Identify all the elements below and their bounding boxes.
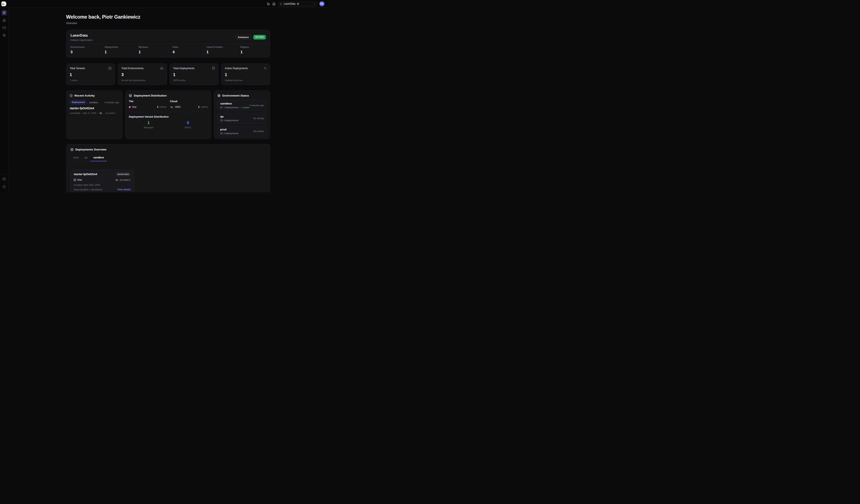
sidebar-item-docs[interactable] — [1, 176, 7, 182]
stat-card-total-environments: Total Environments 3 Across all organiza… — [118, 63, 167, 85]
view-details-link[interactable]: View details — [117, 188, 131, 191]
main-content: Welcome back, Piotr Gankiewicz Overview … — [9, 8, 328, 192]
status-badge: ACTIVE — [253, 35, 266, 40]
org-name: LaserData — [284, 2, 295, 5]
org-card-description: Default organization — [71, 39, 93, 42]
org-stat-roles: Roles 4 — [168, 43, 202, 57]
topbar: L L LaserData PG — [0, 0, 328, 8]
deployment-region: us-west-1 — [120, 178, 131, 181]
svg-text:aws: aws — [115, 179, 118, 180]
org-card-header: LaserData Default organization — [71, 33, 93, 42]
stat-card-active-deployments: Active Deployments 1 Updated just now — [221, 63, 270, 85]
svg-text:L: L — [2, 2, 4, 6]
user-avatar[interactable]: PG — [319, 1, 325, 6]
laserdata-logo-icon: L — [1, 1, 6, 6]
activity-meta: LaserData • Apr 15, 2026 • aws · us-west… — [70, 112, 119, 114]
moon-icon — [267, 2, 270, 5]
organization-card: LaserData Default organization Enterpris… — [66, 30, 270, 58]
deployment-identifier: 6oetcu5y2jhfz • standalone — [74, 188, 102, 191]
globe-icon — [217, 94, 220, 97]
gear-icon — [2, 34, 6, 37]
tab-qa[interactable]: qa — [82, 154, 90, 161]
variant-badge: MANAGED — [116, 172, 131, 176]
org-stats-grid: Environments 3 Deployments 1 Members 1 R… — [66, 43, 270, 57]
deployments-overview-title: Deployments Overview — [75, 148, 106, 151]
sidebar-item-dashboard[interactable] — [1, 10, 7, 16]
deployment-card: starter-fpOe0Zm4 MANAGED free — [71, 170, 134, 192]
deployment-name: starter-fpOe0Zm4 — [74, 173, 97, 176]
org-initial: L — [281, 2, 282, 5]
middle-row: Recent Activity Deployment sandbox 9 min… — [66, 90, 270, 139]
page-title: Welcome back, Piotr Gankiewicz — [66, 14, 270, 20]
deployment-created: Created: April 15th, 2026 — [74, 184, 131, 186]
theme-toggle-button[interactable] — [266, 1, 271, 6]
activity-type-badge: Deployment — [70, 100, 87, 104]
org-stat-environments: Environments 3 — [66, 43, 100, 57]
laserdata-logo[interactable]: L — [1, 1, 6, 6]
topbar-actions: L LaserData PG — [265, 1, 325, 6]
stat-card-total-tenants: Total Tenants 1 1 active — [66, 63, 115, 85]
server-icon — [74, 179, 76, 181]
layers-icon — [129, 94, 132, 97]
org-card-name: LaserData — [71, 33, 93, 38]
cloud-row: aws AWS 1 (100%) — [170, 105, 208, 108]
aws-logo: aws — [99, 112, 103, 114]
database-icon — [220, 132, 223, 135]
variant-managed: 1 Managed — [129, 120, 168, 129]
tier-heading: Tier — [129, 100, 167, 103]
divider — [129, 112, 208, 112]
plan-badge: Enterprise — [236, 35, 251, 40]
org-stat-cloud-providers: Cloud Providers 1 — [202, 43, 236, 57]
tab-sandbox[interactable]: sandbox — [90, 154, 107, 161]
organizations-button[interactable] — [271, 1, 276, 6]
deployments-overview-card: Deployments Overview prod qa sandbox sta… — [66, 144, 270, 192]
org-stat-regions: Regions 1 — [236, 43, 270, 57]
environment-status-title: Environment Status — [222, 94, 249, 97]
tier-column: Tier free 1 (100%) — [129, 100, 167, 108]
stat-cards-row: Total Tenants 1 1 active Total Environme… — [66, 63, 270, 85]
activity-deployment-name: starter-fpOe0Zm4 — [70, 107, 119, 110]
sidebar-item-organizations[interactable] — [1, 17, 7, 23]
activity-item: Deployment sandbox 9 minutes ago starter… — [70, 100, 119, 114]
sidebar-item-settings[interactable] — [1, 32, 7, 38]
hard-drive-icon — [160, 66, 163, 70]
cloud-column: Cloud aws AWS 1 (100%) — [170, 100, 208, 108]
server-icon — [108, 66, 112, 70]
environment-tabs: prod qa sandbox — [71, 154, 107, 161]
environment-row-sandbox: sandbox 1 deployments • 1 active 9 minut… — [217, 100, 267, 111]
book-open-icon — [2, 177, 6, 181]
activity-environment: sandbox — [89, 101, 98, 104]
tab-prod[interactable]: prod — [71, 154, 82, 161]
environment-row-prod: prod 0 deployments No activity — [217, 126, 267, 137]
activity-icon — [263, 66, 267, 70]
org-selector[interactable]: L LaserData — [278, 1, 317, 6]
help-circle-icon — [2, 185, 6, 189]
sidebar-bottom — [0, 174, 8, 192]
svg-text:aws: aws — [170, 106, 173, 107]
database-icon — [220, 119, 223, 122]
building-icon — [272, 2, 275, 5]
database-icon — [220, 106, 223, 109]
cloud-heading: Cloud — [170, 100, 208, 103]
activity-time: 9 minutes ago — [104, 101, 119, 104]
sidebar-item-invitations[interactable] — [1, 25, 7, 31]
sidebar — [0, 0, 9, 192]
clock-icon — [70, 94, 73, 97]
mail-icon — [2, 26, 6, 29]
deployment-distribution-card: Deployment Distribution Tier free 1 (100… — [125, 90, 211, 139]
sidebar-item-help[interactable] — [1, 184, 7, 190]
page-subtitle: Overview — [66, 22, 270, 25]
database-icon — [71, 148, 73, 151]
environment-status-card: Environment Status sandbox 1 deployments… — [214, 90, 270, 139]
building-icon — [2, 19, 6, 22]
star-icon — [297, 2, 299, 5]
org-stat-deployments: Deployments 1 — [100, 43, 134, 57]
variant-heading: Deployment Variant Distribution — [129, 115, 208, 118]
aws-logo: aws — [170, 106, 174, 108]
recent-activity-card: Recent Activity Deployment sandbox 9 min… — [66, 90, 123, 139]
chevron-down-icon — [313, 2, 315, 5]
stat-card-total-deployments: Total Deployments 1 100% active — [170, 63, 218, 85]
dashboard-icon — [2, 11, 6, 14]
recent-activity-title: Recent Activity — [74, 94, 95, 97]
org-stat-members: Members 1 — [134, 43, 168, 57]
